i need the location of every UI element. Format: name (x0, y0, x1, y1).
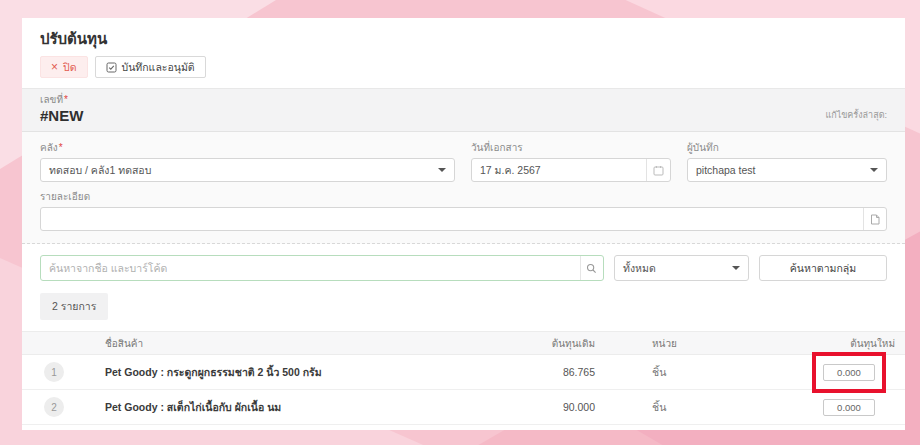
required-mark: * (59, 142, 63, 153)
close-icon: × (51, 61, 58, 73)
details-input[interactable] (41, 213, 863, 225)
save-approve-icon (106, 62, 117, 73)
page-title: ปรับต้นทุน (40, 30, 887, 48)
items-count-badge: 2 รายการ (40, 293, 108, 320)
date-input[interactable]: 17 ม.ค. 2567 (471, 158, 671, 182)
new-cost-input[interactable] (823, 399, 875, 416)
required-mark: * (64, 94, 68, 105)
cost-adjustment-card: ปรับต้นทุน × ปิด บันทึกและอนุมัติ เลขที่… (22, 18, 905, 430)
close-button[interactable]: × ปิด (40, 56, 88, 78)
details-input-wrap (40, 207, 887, 231)
last-edited-label: แก้ไขครั้งล่าสุด: (825, 108, 887, 125)
search-row: ทั้งหมด ค้นหาตามกลุ่ม (22, 244, 905, 281)
recorder-label: ผู้บันทึก (687, 141, 887, 154)
form-fields: คลัง* ทดสอบ / คลัง1 ทดสอบ วันที่เอกสาร 1… (22, 132, 905, 244)
card-header: ปรับต้นทุน × ปิด บันทึกและอนุมัติ (22, 18, 905, 88)
document-number-group: เลขที่* #NEW (40, 93, 83, 125)
annotation-highlight-box (812, 352, 886, 393)
items-table: ชื่อสินค้า ต้นทุนเดิม หน่วย ต้นทุนใหม่ 1… (22, 331, 905, 425)
close-button-label: ปิด (63, 59, 76, 76)
column-old-cost: ต้นทุนเดิม (475, 336, 595, 351)
new-cost-cell (745, 364, 905, 381)
calendar-icon[interactable] (646, 159, 670, 181)
document-number-value: #NEW (40, 107, 83, 125)
warehouse-value: ทดสอบ / คลัง1 ทดสอบ (41, 162, 438, 179)
date-label: วันที่เอกสาร (471, 141, 671, 154)
document-number-band: เลขที่* #NEW แก้ไขครั้งล่าสุด: (22, 88, 905, 132)
column-unit: หน่วย (595, 336, 745, 351)
save-approve-label: บันทึกและอนุมัติ (122, 59, 195, 76)
warehouse-field: คลัง* ทดสอบ / คลัง1 ทดสอบ (40, 141, 455, 182)
chevron-down-icon (870, 168, 878, 172)
date-value: 17 ม.ค. 2567 (472, 162, 646, 179)
product-name: Pet Goody : กระดูกผูกธรรมชาติ 2 นิ้ว 500… (86, 364, 475, 381)
page: ปรับต้นทุน × ปิด บันทึกและอนุมัติ เลขที่… (0, 0, 920, 445)
new-cost-cell (745, 399, 905, 416)
search-icon[interactable] (580, 256, 603, 280)
fields-row: คลัง* ทดสอบ / คลัง1 ทดสอบ วันที่เอกสาร 1… (40, 141, 887, 182)
group-search-button[interactable]: ค้นหาตามกลุ่ม (759, 255, 887, 281)
row-number-badge: 1 (44, 362, 64, 382)
warehouse-label: คลัง* (40, 141, 455, 154)
search-input[interactable] (41, 262, 580, 274)
category-select[interactable]: ทั้งหมด (614, 255, 749, 281)
toolbar: × ปิด บันทึกและอนุมัติ (40, 56, 887, 78)
recorder-select[interactable]: pitchapa test (687, 158, 887, 182)
row-number: 2 (22, 397, 86, 417)
row-number-badge: 2 (44, 397, 64, 417)
new-cost-input[interactable] (823, 364, 875, 381)
product-search (40, 255, 604, 281)
table-row: 2 Pet Goody : สเต็กไก่เนื้อกับ ผักเนื้อ … (22, 390, 905, 425)
table-row: 1 Pet Goody : กระดูกผูกธรรมชาติ 2 นิ้ว 5… (22, 355, 905, 390)
warehouse-select[interactable]: ทดสอบ / คลัง1 ทดสอบ (40, 158, 455, 182)
column-new-cost: ต้นทุนใหม่ (745, 336, 905, 351)
recorder-value: pitchapa test (688, 164, 870, 176)
unit-value: ชิ้น (595, 399, 745, 416)
unit-value: ชิ้น (595, 364, 745, 381)
category-value: ทั้งหมด (615, 260, 732, 277)
save-approve-button[interactable]: บันทึกและอนุมัติ (95, 56, 206, 78)
row-number: 1 (22, 362, 86, 382)
details-field: รายละเอียด (40, 190, 887, 231)
table-header: ชื่อสินค้า ต้นทุนเดิม หน่วย ต้นทุนใหม่ (22, 331, 905, 355)
date-field: วันที่เอกสาร 17 ม.ค. 2567 (471, 141, 671, 182)
column-product-name: ชื่อสินค้า (86, 336, 475, 351)
product-name: Pet Goody : สเต็กไก่เนื้อกับ ผักเนื้อ นม (86, 399, 475, 416)
chevron-down-icon (438, 168, 446, 172)
old-cost-value: 90.000 (475, 401, 595, 413)
old-cost-value: 86.765 (475, 366, 595, 378)
document-number-label: เลขที่* (40, 93, 83, 106)
note-icon[interactable] (863, 208, 886, 230)
recorder-field: ผู้บันทึก pitchapa test (687, 141, 887, 182)
chevron-down-icon (732, 266, 740, 270)
details-label: รายละเอียด (40, 190, 887, 203)
